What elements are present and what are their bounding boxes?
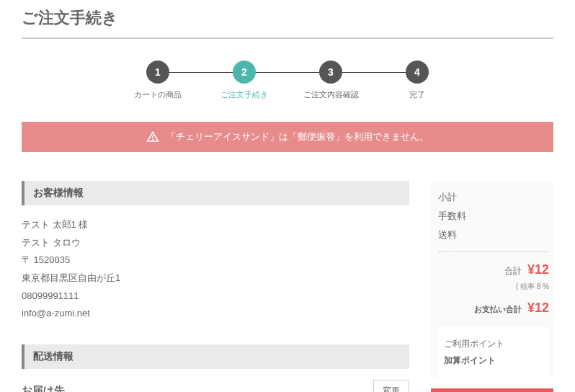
order-summary: 小計 手数料 送料 合計 ¥12 ( 税率 8 % お支払い合計 ¥12 [431,181,553,392]
step-number: 1 [146,61,169,84]
pay-total-label: お支払い合計 [474,304,522,315]
customer-email: info@a-zumi.net [22,305,409,323]
customer-kana: テスト タロウ [22,234,409,252]
step-confirm: 3 ご注文内容確認 [288,61,374,100]
total-label: 合計 [504,265,522,277]
warning-icon [146,130,159,143]
step-cart: 1 カートの商品 [115,61,201,100]
points-box: ご利用ポイント 加算ポイント [438,327,549,378]
step-complete: 4 完了 [374,61,460,100]
step-label: カートの商品 [134,89,182,100]
customer-section-header: お客様情報 [22,181,409,205]
fee-label: 手数料 [438,210,466,223]
change-delivery-button[interactable]: 変更 [373,380,409,392]
pay-total-value: ¥12 [527,300,549,316]
shipping-section-header: 配送情報 [22,344,409,369]
customer-name: テスト 太郎1 様 [22,216,409,234]
shipping-row: 送料 [438,226,549,244]
svg-point-1 [153,139,153,140]
subtotal-label: 小計 [438,191,457,204]
step-number: 4 [406,61,429,84]
confirm-button[interactable]: 確認する [431,388,553,392]
checkout-stepper: 1 カートの商品 2 ご注文手続き 3 ご注文内容確認 4 完了 [22,61,553,100]
total-row: 合計 ¥12 [438,259,549,280]
customer-address: 東京都目黒区自由が丘1 [22,270,409,288]
customer-phone: 08099991111 [22,288,409,306]
step-label: ご注文手続き [220,89,268,100]
step-procedure: 2 ご注文手続き [201,61,288,100]
step-number: 3 [319,61,342,84]
subtotal-row: 小計 [438,188,549,207]
tax-note: ( 税率 8 % [438,280,549,298]
add-points-row: 加算ポイント [444,352,543,369]
shipping-label: 送料 [438,228,457,241]
step-label: ご注文内容確認 [303,89,359,100]
alert-banner: 「チェリーアイスサンド」は「郵便振替」を利用できません。 [22,122,553,152]
use-points-row: ご利用ポイント [444,336,543,352]
customer-info: テスト 太郎1 様 テスト タロウ 〒 1520035 東京都目黒区自由が丘1 … [22,216,409,323]
total-value: ¥12 [527,262,549,277]
step-label: 完了 [409,89,425,100]
fee-row: 手数料 [438,207,549,226]
alert-text: 「チェリーアイスサンド」は「郵便振替」を利用できません。 [166,130,429,143]
step-number: 2 [233,61,256,84]
pay-total-row: お支払い合計 ¥12 [438,298,549,318]
delivery-title: お届け先 [22,384,65,392]
page-title: ご注文手続き [22,7,553,39]
customer-zip: 〒 1520035 [22,251,409,270]
main-content: お客様情報 テスト 太郎1 様 テスト タロウ 〒 1520035 東京都目黒区… [22,181,409,392]
